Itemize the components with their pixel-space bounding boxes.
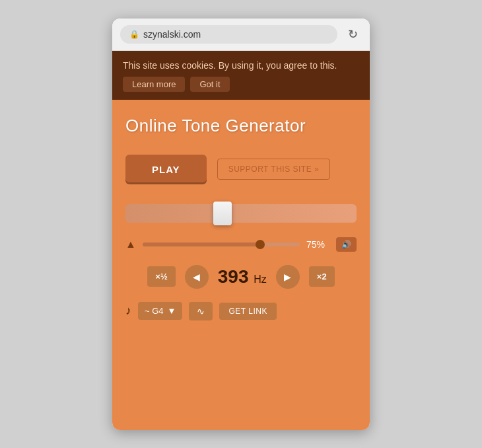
double-freq-button[interactable]: ×2 xyxy=(309,266,335,287)
volume-percent: 75% xyxy=(306,239,329,250)
volume-thumb[interactable] xyxy=(256,240,265,249)
app-body: Online Tone Generator PLAY SUPPORT THIS … xyxy=(112,100,370,430)
freq-down-button[interactable]: ◀ xyxy=(185,265,209,289)
cookie-banner: This site uses cookies. By using it, you… xyxy=(112,51,370,100)
frequency-slider-container xyxy=(125,204,357,223)
refresh-button[interactable]: ↻ xyxy=(344,26,362,43)
note-row: ♪ ~ G4 ▼ ∿ GET LINK xyxy=(125,302,357,320)
half-freq-button[interactable]: ×½ xyxy=(147,266,175,287)
hz-unit: Hz xyxy=(254,274,267,285)
controls-row: PLAY SUPPORT THIS SITE » xyxy=(125,155,357,184)
frequency-track[interactable] xyxy=(125,204,357,223)
speaker-button[interactable]: 🔊 xyxy=(336,237,357,252)
app-title: Online Tone Generator xyxy=(125,116,357,136)
cookie-message: This site uses cookies. By using it, you… xyxy=(123,60,337,71)
got-it-button[interactable]: Got it xyxy=(190,77,229,92)
url-bar: 🔒 szynalski.com xyxy=(120,25,337,44)
hz-value: 393 xyxy=(218,266,249,287)
hz-display: 393 Hz xyxy=(218,266,267,287)
volume-fill xyxy=(143,243,261,246)
get-link-button[interactable]: GET LINK xyxy=(219,303,276,320)
cookie-buttons: Learn more Got it xyxy=(123,77,359,92)
waveform-button[interactable]: ∿ xyxy=(189,302,213,320)
learn-more-button[interactable]: Learn more xyxy=(123,77,185,92)
note-dropdown-arrow: ▼ xyxy=(168,306,176,316)
volume-mute-icon: ▲ xyxy=(125,239,136,250)
play-button[interactable]: PLAY xyxy=(125,155,207,184)
freq-up-button[interactable]: ▶ xyxy=(276,265,300,289)
frequency-thumb[interactable] xyxy=(213,202,232,225)
lock-icon: 🔒 xyxy=(129,30,139,39)
volume-track[interactable] xyxy=(143,243,300,246)
note-value: ~ G4 xyxy=(145,306,164,316)
hz-row: ×½ ◀ 393 Hz ▶ ×2 xyxy=(125,265,357,289)
volume-row: ▲ 75% 🔊 xyxy=(125,237,357,252)
note-icon: ♪ xyxy=(125,304,131,318)
phone-frame: 🔒 szynalski.com ↻ This site uses cookies… xyxy=(112,19,370,430)
url-text: szynalski.com xyxy=(143,29,201,40)
note-select[interactable]: ~ G4 ▼ xyxy=(138,302,182,320)
browser-bar: 🔒 szynalski.com ↻ xyxy=(112,19,370,51)
support-button[interactable]: SUPPORT THIS SITE » xyxy=(217,159,331,180)
